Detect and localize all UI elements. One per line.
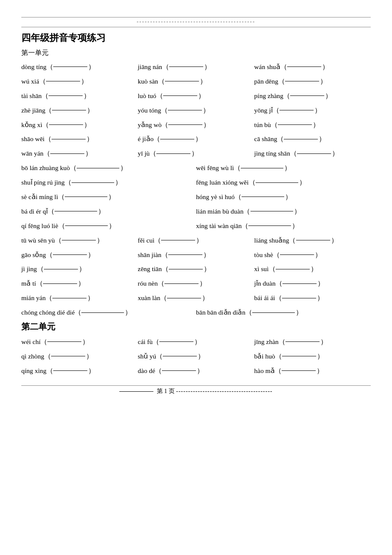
fill-blank[interactable] [284,139,318,139]
paren-close: ） [98,205,105,217]
word-row: sè cǎi míng lì（）hóng yè sì huó（） [21,191,371,203]
footer-page-prefix: 第 [157,388,163,394]
pinyin-text: lián mián bù duàn（ [196,205,251,217]
pinyin-text: cái fù（ [138,336,159,348]
paren-close: ） [87,292,94,304]
fill-blank[interactable] [280,110,314,110]
fill-blank[interactable] [162,370,196,371]
list-item: yǎng wò（） [138,119,254,131]
fill-blank[interactable] [282,283,317,284]
pinyin-text: tún bù（ [254,119,278,131]
fill-blank[interactable] [169,66,203,67]
fill-blank[interactable] [49,124,83,125]
fill-blank[interactable] [65,197,107,197]
pinyin-text: shāo wēi（ [21,133,52,145]
pinyin-text: bān bān diǎn diǎn（ [196,306,252,318]
fill-blank[interactable] [278,124,312,125]
fill-blank[interactable] [51,356,85,356]
fill-blank[interactable] [242,197,284,197]
paren-close: ） [87,104,94,116]
fill-blank[interactable] [164,283,199,284]
list-item: jīng zhàn（） [254,336,371,348]
paren-close: ） [317,350,324,362]
paren-close: ） [204,263,210,275]
fill-blank[interactable] [163,356,197,356]
fill-blank[interactable] [252,312,295,313]
fill-blank[interactable] [161,240,195,240]
pinyin-text: qì zhòng（ [21,350,51,362]
fill-blank[interactable] [47,341,81,342]
fill-blank[interactable] [276,269,310,269]
paren-close: ） [120,162,127,174]
pinyin-text: jiāng nán（ [138,61,169,73]
fill-blank[interactable] [53,66,87,67]
word-row: tū wù sēn yù（）fěi cuì（）liáng shuǎng（） [21,234,371,246]
fill-blank[interactable] [44,269,78,269]
fill-blank[interactable] [248,225,291,226]
fill-blank[interactable] [280,254,314,255]
fill-blank[interactable] [52,139,86,139]
fill-blank[interactable] [43,283,77,284]
fill-blank[interactable] [72,182,114,183]
fill-blank[interactable] [50,153,84,154]
fill-blank[interactable] [65,225,108,226]
fill-blank[interactable] [81,312,124,313]
fill-blank[interactable] [167,298,201,298]
pinyin-text: tòu shè（ [254,249,280,261]
list-item: xíng tài wàn qiān（） [196,220,371,232]
fill-blank[interactable] [296,240,330,240]
fill-blank[interactable] [285,81,319,81]
paren-close: ） [299,176,306,188]
list-item: wéi chí（） [21,336,138,348]
fill-blank[interactable] [53,370,87,371]
fill-blank[interactable] [168,110,202,110]
fill-blank[interactable] [156,153,190,154]
fill-blank[interactable] [256,182,298,183]
list-item: sè cǎi míng lì（） [21,191,196,203]
fill-blank[interactable] [285,341,320,342]
pinyin-text: bái ái ái（ [254,292,282,304]
word-row: wú xiá（）kuò sàn（）pān dēng（） [21,75,371,87]
fill-blank[interactable] [49,95,83,96]
fill-blank[interactable] [46,81,80,81]
fill-blank[interactable] [287,66,321,67]
fill-blank[interactable] [52,298,86,298]
fill-blank[interactable] [52,110,86,110]
fill-blank[interactable] [163,95,197,96]
list-item: bō lán zhuàng kuò（） [21,162,196,174]
pinyin-text: jì jìng（ [21,263,44,275]
fill-blank[interactable] [282,298,316,298]
pinyin-text: xì suì（ [254,263,276,275]
fill-blank[interactable] [160,139,194,139]
word-row: bō lán zhuàng kuò（）wēi fēng wù lì（） [21,162,371,174]
list-item: chóng chóng dié dié（） [21,306,196,318]
fill-blank[interactable] [251,211,293,211]
fill-blank[interactable] [55,211,97,211]
fill-blank[interactable] [282,356,316,356]
fill-blank[interactable] [77,168,119,168]
paren-close: ） [78,278,85,289]
fill-blank[interactable] [169,269,203,269]
fill-blank[interactable] [62,240,96,240]
pinyin-text: bō lán zhuàng kuò（ [21,162,77,174]
list-item: shān jiàn（） [138,249,254,261]
fill-blank[interactable] [297,153,331,154]
list-item: yóu tóng（） [138,104,254,116]
fill-blank[interactable] [53,254,87,255]
word-row: mián yán（）xuàn làn（）bái ái ái（） [21,292,371,304]
word-row: jì jìng（）zēng tiān（）xì suì（） [21,263,371,275]
fill-blank[interactable] [168,254,202,255]
paren-close: ） [325,90,332,102]
fill-blank[interactable] [282,370,316,371]
list-item: shāo wēi（） [21,133,138,145]
fill-blank[interactable] [159,341,193,342]
paren-close: ） [115,176,122,188]
fill-blank[interactable] [168,124,202,125]
pinyin-text: jǐn duàn（ [254,278,282,289]
fill-blank[interactable] [290,95,324,96]
fill-blank[interactable] [165,81,199,81]
fill-blank[interactable] [241,168,283,168]
word-row: zhè jiāng（）yóu tóng（）yōng jǐ（） [21,104,371,116]
pinyin-text: yǎng wò（ [138,119,168,131]
pinyin-text: wéi chí（ [21,336,47,348]
